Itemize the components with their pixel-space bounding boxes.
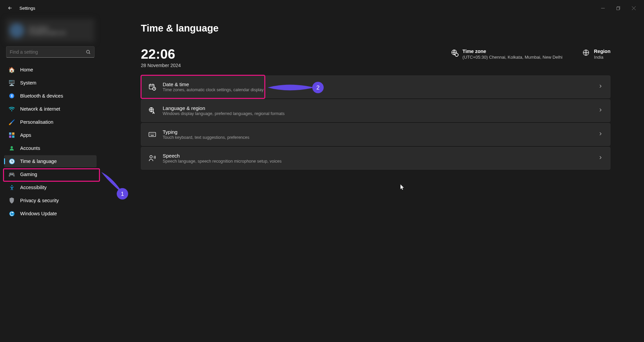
chevron-right-icon <box>598 108 603 114</box>
sidebar-item-label: Accounts <box>20 146 40 151</box>
sidebar-item-accessibility[interactable]: Accessibility <box>4 181 97 193</box>
sidebar-item-system[interactable]: 🖥️System <box>4 77 97 89</box>
home-icon: 🏠 <box>9 67 15 73</box>
sidebar: User Nameemail@example.com 🏠Home 🖥️Syste… <box>0 16 101 342</box>
sidebar-item-privacy[interactable]: Privacy & security <box>4 194 97 207</box>
card-title: Speech <box>163 153 591 159</box>
sidebar-item-label: System <box>20 80 36 86</box>
main-content: Time & language 22:06 28 November 2024 T… <box>101 16 644 342</box>
gaming-icon: 🎮 <box>9 171 15 177</box>
svg-rect-25 <box>149 132 156 137</box>
sidebar-item-home[interactable]: 🏠Home <box>4 64 97 76</box>
maximize-button[interactable] <box>610 3 626 13</box>
window-controls <box>595 3 641 13</box>
clock-block: 22:06 28 November 2024 <box>141 47 181 68</box>
chevron-right-icon <box>598 131 603 137</box>
minimize-button[interactable] <box>595 3 610 13</box>
brush-icon: 🖌️ <box>9 119 15 125</box>
svg-point-15 <box>11 185 12 186</box>
sidebar-item-label: Home <box>20 67 33 72</box>
privacy-icon <box>9 197 15 204</box>
card-speech[interactable]: Speech Speech language, speech recogniti… <box>141 147 610 170</box>
timezone-value: (UTC+05:30) Chennai, Kolkata, Mumbai, Ne… <box>463 55 562 60</box>
card-date-time[interactable]: Date & time Time zones, automatic clock … <box>141 75 610 98</box>
search-input[interactable] <box>6 46 95 58</box>
current-date: 28 November 2024 <box>141 63 181 68</box>
svg-rect-9 <box>12 132 14 135</box>
sidebar-item-gaming[interactable]: 🎮Gaming <box>4 168 97 180</box>
sidebar-item-label: Personalisation <box>20 119 53 125</box>
timezone-label: Time zone <box>463 49 562 54</box>
region-value: India <box>594 55 610 60</box>
info-row: 22:06 28 November 2024 Time zone (UTC+05… <box>141 47 610 68</box>
sidebar-item-label: Network & internet <box>20 106 60 112</box>
sidebar-item-label: Windows Update <box>20 211 57 216</box>
card-subtitle: Touch keyboard, text suggestions, prefer… <box>163 135 591 140</box>
sidebar-item-label: Time & language <box>20 159 57 164</box>
timezone-info[interactable]: Time zone (UTC+05:30) Chennai, Kolkata, … <box>451 49 562 60</box>
svg-point-12 <box>11 146 13 149</box>
chevron-right-icon <box>598 155 603 161</box>
region-label: Region <box>594 49 610 54</box>
sidebar-item-windows-update[interactable]: Windows Update <box>4 208 97 220</box>
sidebar-item-apps[interactable]: Apps <box>4 129 97 141</box>
sidebar-item-label: Gaming <box>20 172 37 177</box>
card-title: Language & region <box>163 105 591 111</box>
accessibility-icon <box>9 184 15 190</box>
card-subtitle: Windows display language, preferred lang… <box>163 111 591 116</box>
card-language-region[interactable]: Language & region Windows display langua… <box>141 99 610 122</box>
card-typing[interactable]: Typing Touch keyboard, text suggestions,… <box>141 123 610 146</box>
account-icon <box>9 145 15 151</box>
app-title: Settings <box>19 6 35 11</box>
card-title: Typing <box>163 129 591 135</box>
update-icon <box>9 211 15 217</box>
clock-icon <box>9 158 15 164</box>
svg-rect-2 <box>616 7 619 10</box>
search-icon <box>86 50 91 55</box>
wifi-icon <box>9 106 15 112</box>
globe-icon <box>583 49 589 56</box>
keyboard-icon <box>149 131 156 138</box>
bluetooth-icon <box>9 93 15 99</box>
globe-clock-icon <box>451 49 458 56</box>
svg-line-6 <box>89 53 90 54</box>
titlebar: Settings <box>0 0 644 16</box>
sidebar-item-label: Apps <box>20 132 31 138</box>
svg-rect-10 <box>9 135 11 138</box>
language-icon <box>149 107 156 114</box>
chevron-right-icon <box>598 84 603 90</box>
nav-list: 🏠Home 🖥️System Bluetooth & devices Netwo… <box>4 64 97 220</box>
card-subtitle: Time zones, automatic clock settings, ca… <box>163 88 591 92</box>
sidebar-item-bluetooth[interactable]: Bluetooth & devices <box>4 90 97 102</box>
calendar-clock-icon <box>149 83 156 91</box>
speech-icon <box>149 155 156 162</box>
close-button[interactable] <box>626 3 641 13</box>
system-icon: 🖥️ <box>9 80 15 86</box>
svg-point-5 <box>87 50 90 53</box>
cursor-icon <box>400 184 405 190</box>
back-button[interactable] <box>7 5 13 11</box>
svg-rect-8 <box>9 132 11 135</box>
card-title: Date & time <box>163 81 591 87</box>
sidebar-item-personalisation[interactable]: 🖌️Personalisation <box>4 116 97 128</box>
sidebar-item-time-language[interactable]: Time & language <box>4 155 97 167</box>
svg-rect-11 <box>12 135 14 138</box>
apps-icon <box>9 132 15 138</box>
sidebar-item-label: Accessibility <box>20 185 47 190</box>
sidebar-item-network[interactable]: Network & internet <box>4 103 97 115</box>
current-time: 22:06 <box>141 47 181 61</box>
search-field[interactable] <box>10 49 86 55</box>
sidebar-item-label: Bluetooth & devices <box>20 93 63 99</box>
profile-block[interactable]: User Nameemail@example.com <box>6 19 95 42</box>
region-info[interactable]: Region India <box>583 49 610 60</box>
sidebar-item-label: Privacy & security <box>20 198 59 203</box>
card-subtitle: Speech language, speech recognition micr… <box>163 159 591 164</box>
page-title: Time & language <box>141 23 610 34</box>
sidebar-item-accounts[interactable]: Accounts <box>4 142 97 154</box>
svg-point-26 <box>150 156 152 158</box>
settings-cards: Date & time Time zones, automatic clock … <box>141 75 610 170</box>
